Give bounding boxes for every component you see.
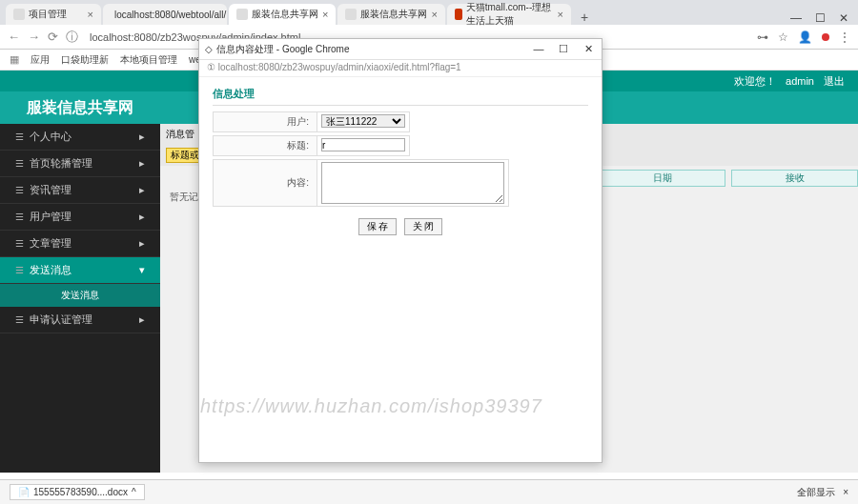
popup-titlebar[interactable]: ◇ 信息内容处理 - Google Chrome — ☐ ✕ <box>199 39 602 60</box>
title-input[interactable] <box>321 138 405 151</box>
new-tab-button[interactable]: + <box>573 10 596 25</box>
tab-5[interactable]: 天猫tmall.com--理想生活上天猫× <box>447 4 571 25</box>
minimize-icon[interactable]: — <box>790 11 802 25</box>
save-button[interactable]: 保 存 <box>358 218 398 235</box>
sidebar-item-users[interactable]: 用户管理▸ <box>0 204 160 231</box>
sidebar-item-cert[interactable]: 申请认证管理▸ <box>0 307 160 333</box>
chevron-right-icon: ▸ <box>139 184 145 196</box>
popup-url: ① localhost:8080/zb23wospuy/admin/xiaoxi… <box>199 60 602 77</box>
welcome-text: 欢迎您！ <box>734 74 776 89</box>
site-title: 服装信息共享网 <box>0 98 160 118</box>
back-icon[interactable]: ← <box>8 30 20 44</box>
column-receiver: 接收 <box>731 170 858 187</box>
profile-icon[interactable]: 👤 <box>798 30 812 44</box>
label-title: 标题: <box>213 135 317 156</box>
maximize-icon[interactable]: ☐ <box>815 11 826 25</box>
tab-4[interactable]: 服装信息共享网× <box>337 4 444 25</box>
chevron-down-icon: ▾ <box>139 264 145 276</box>
content-textarea[interactable] <box>321 162 504 204</box>
apps-icon[interactable]: ▦ <box>10 53 19 66</box>
alert-dot-icon <box>822 33 829 41</box>
close-icon[interactable]: × <box>88 9 93 20</box>
file-icon: 📄 <box>18 487 30 497</box>
sidebar: 个人中心▸ 首页轮播管理▸ 资讯管理▸ 用户管理▸ 文章管理▸ 发送消息▾ 发送… <box>0 124 160 473</box>
menu-icon[interactable]: ⋮ <box>839 30 850 44</box>
popup-heading: 信息处理 <box>213 87 588 106</box>
reload-icon[interactable]: ⟳ <box>48 30 58 44</box>
content-tab[interactable]: 消息管 <box>166 128 194 141</box>
show-all-downloads[interactable]: 全部显示 <box>797 486 835 499</box>
close-window-icon[interactable]: ✕ <box>839 11 848 25</box>
download-chip[interactable]: 📄 155555783590....docx ^ <box>10 484 145 500</box>
bookmark-item[interactable]: 应用 <box>31 53 50 67</box>
sidebar-item-profile[interactable]: 个人中心▸ <box>0 124 160 151</box>
sidebar-item-sendmsg[interactable]: 发送消息▾ <box>0 257 160 284</box>
key-icon[interactable]: ⊶ <box>757 30 768 44</box>
sidebar-item-news[interactable]: 资讯管理▸ <box>0 177 160 204</box>
close-icon[interactable]: × <box>431 9 437 20</box>
close-download-bar-icon[interactable]: × <box>843 487 848 497</box>
popup-minimize-icon[interactable]: — <box>531 43 546 55</box>
popup-close-icon[interactable]: ✕ <box>581 43 596 55</box>
popup-title: 信息内容处理 - Google Chrome <box>216 43 349 56</box>
sidebar-subitem-sendmsg[interactable]: 发送消息 <box>0 284 160 307</box>
sidebar-item-articles[interactable]: 文章管理▸ <box>0 231 160 257</box>
label-content: 内容: <box>213 159 317 207</box>
label-user: 用户: <box>213 111 317 132</box>
close-icon[interactable]: × <box>322 9 328 20</box>
sidebar-item-carousel[interactable]: 首页轮播管理▸ <box>0 151 160 177</box>
tab-1[interactable]: 项目管理× <box>6 4 101 25</box>
download-filename: 155555783590....docx <box>33 487 128 497</box>
chrome-icon: ◇ <box>205 44 213 54</box>
forward-icon[interactable]: → <box>28 30 40 44</box>
tab-2[interactable]: localhost:8080/webtool/all/× <box>103 4 227 25</box>
browser-tabs: 项目管理× localhost:8080/webtool/all/× 服装信息共… <box>0 0 858 25</box>
bookmark-item[interactable]: 本地项目管理 <box>120 53 177 67</box>
close-button[interactable]: 关 闭 <box>404 218 443 235</box>
tab-3[interactable]: 服装信息共享网× <box>229 4 336 25</box>
info-icon: ⓘ <box>66 29 78 46</box>
star-icon[interactable]: ☆ <box>778 30 788 44</box>
download-bar: 📄 155555783590....docx ^ 全部显示 × <box>0 479 858 504</box>
chevron-right-icon: ▸ <box>139 313 145 326</box>
username[interactable]: admin <box>786 75 814 87</box>
column-date: 日期 <box>599 170 725 187</box>
popup-window: ◇ 信息内容处理 - Google Chrome — ☐ ✕ ① localho… <box>198 38 603 463</box>
bookmark-item[interactable]: 口袋助理新 <box>61 53 109 67</box>
close-icon[interactable]: × <box>557 9 562 20</box>
chevron-right-icon: ▸ <box>139 157 145 170</box>
popup-maximize-icon[interactable]: ☐ <box>556 43 571 55</box>
user-select[interactable]: 张三111222 <box>321 114 405 128</box>
chevron-right-icon: ▸ <box>139 131 145 143</box>
chevron-right-icon: ▸ <box>139 211 145 223</box>
logout-link[interactable]: 退出 <box>824 74 845 89</box>
chevron-right-icon: ▸ <box>139 237 145 250</box>
chevron-up-icon[interactable]: ^ <box>132 487 136 497</box>
